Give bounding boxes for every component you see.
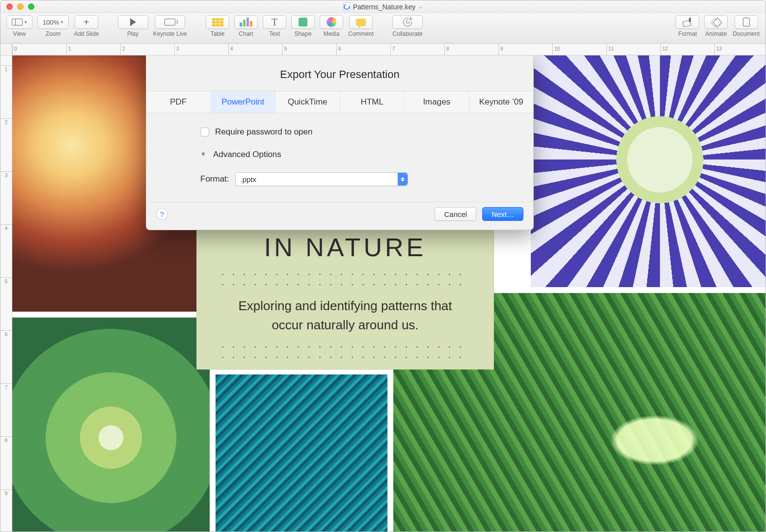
chevron-down-icon: ▾ [25, 20, 27, 25]
comment-icon [356, 19, 366, 26]
comment-label: Comment [348, 30, 374, 37]
image-passionflower[interactable] [531, 55, 766, 287]
view-icon [12, 19, 23, 26]
chevron-down-icon: ▾ [61, 20, 63, 25]
zoom-button[interactable]: 100%▾ Zoom [37, 15, 69, 37]
animate-label: Animate [705, 30, 727, 37]
document-pane-icon [743, 18, 750, 27]
comment-button[interactable]: Comment [348, 15, 374, 37]
minimize-window-button[interactable] [17, 3, 24, 10]
tab-quicktime[interactable]: QuickTime [275, 91, 340, 113]
cancel-button[interactable]: Cancel [435, 207, 476, 221]
collaborate-button[interactable]: Collaborate [392, 15, 423, 37]
export-format-tabs: PDF PowerPoint QuickTime HTML Images Key… [146, 91, 533, 113]
tab-pdf[interactable]: PDF [146, 91, 211, 113]
keynote-live-button[interactable]: Keynote Live [153, 15, 187, 37]
play-label: Play [127, 30, 138, 37]
toolbar: ▾ View 100%▾ Zoom + Add Slide Play Keyno… [0, 13, 766, 44]
paintbrush-icon [683, 18, 692, 27]
table-icon [212, 18, 223, 27]
view-button[interactable]: ▾ View [6, 15, 32, 37]
help-button[interactable]: ? [156, 208, 168, 220]
plus-icon: + [83, 17, 89, 27]
workspace: 012345678910111213 123456789 IN NATURE ·… [0, 44, 766, 532]
chart-button[interactable]: Chart [234, 15, 258, 37]
require-password-label: Require password to open [215, 127, 312, 137]
ruler-horizontal: 012345678910111213 [12, 44, 766, 55]
add-slide-button[interactable]: + Add Slide [74, 15, 99, 37]
shape-icon [299, 18, 307, 27]
tab-html[interactable]: HTML [340, 91, 405, 113]
app-window: Patterns_Nature.key ⌄ ▾ View 100%▾ Zoom … [0, 0, 766, 532]
chart-icon [240, 18, 252, 27]
document-icon [343, 2, 350, 11]
text-button[interactable]: T Text [263, 15, 286, 37]
document-label: Document [733, 30, 760, 37]
format-button[interactable]: Format [676, 15, 699, 37]
dialog-title: Export Your Presentation [146, 55, 533, 91]
advanced-options-label[interactable]: Advanced Options [213, 150, 281, 160]
select-stepper-icon [398, 173, 408, 186]
animate-button[interactable]: Animate [704, 15, 728, 37]
zoom-value: 100% [43, 19, 59, 26]
format-label: Format: [200, 174, 229, 184]
title-dropdown-icon[interactable]: ⌄ [418, 3, 423, 10]
ruler-corner [0, 44, 12, 55]
image-feathers[interactable] [216, 374, 387, 532]
add-slide-label: Add Slide [74, 30, 99, 37]
tab-images[interactable]: Images [405, 91, 469, 113]
view-label: View [13, 30, 26, 37]
disclosure-triangle-icon[interactable]: ▼ [200, 151, 206, 158]
tab-keynote09[interactable]: Keynote ’09 [469, 91, 534, 113]
zoom-label: Zoom [46, 30, 61, 37]
document-title: Patterns_Nature.key [353, 3, 416, 11]
close-window-button[interactable] [6, 3, 13, 10]
divider-dots: · · · · · · · · · · · · · · · · · · · · … [221, 342, 469, 362]
keynote-live-label: Keynote Live [153, 30, 187, 37]
text-label: Text [269, 30, 280, 37]
ruler-vertical: 123456789 [0, 55, 12, 532]
chart-label: Chart [239, 30, 253, 37]
media-button[interactable]: Media [320, 15, 343, 37]
slide-subtitle[interactable]: Exploring and identifying patterns that … [221, 296, 469, 335]
collaborate-label: Collaborate [392, 30, 422, 37]
table-label: Table [211, 30, 225, 37]
broadcast-icon [164, 19, 175, 26]
export-dialog: Export Your Presentation PDF PowerPoint … [146, 55, 534, 230]
media-label: Media [324, 30, 340, 37]
slide-title[interactable]: IN NATURE [264, 233, 426, 262]
titlebar: Patterns_Nature.key ⌄ [0, 0, 766, 13]
text-icon: T [272, 17, 277, 28]
format-select[interactable]: .pptx [235, 172, 408, 186]
window-controls [6, 3, 34, 10]
next-button[interactable]: Next… [482, 207, 523, 221]
document-button[interactable]: Document [733, 15, 760, 37]
shape-button[interactable]: Shape [291, 15, 315, 37]
format-label: Format [678, 30, 697, 37]
tab-powerpoint[interactable]: PowerPoint [211, 91, 276, 113]
divider-dots: · · · · · · · · · · · · · · · · · · · · … [221, 269, 469, 290]
require-password-checkbox[interactable] [200, 128, 209, 136]
media-icon [327, 17, 336, 27]
play-icon [130, 18, 136, 26]
slide-canvas[interactable]: IN NATURE · · · · · · · · · · · · · · · … [12, 55, 766, 532]
format-select-value: .pptx [241, 175, 257, 184]
animate-icon [711, 18, 720, 27]
zoom-window-button[interactable] [28, 3, 34, 10]
table-button[interactable]: Table [206, 15, 229, 37]
image-succulent[interactable] [12, 318, 210, 532]
play-button[interactable]: Play [118, 15, 148, 37]
shape-label: Shape [295, 30, 312, 37]
collaborate-icon [403, 18, 412, 27]
